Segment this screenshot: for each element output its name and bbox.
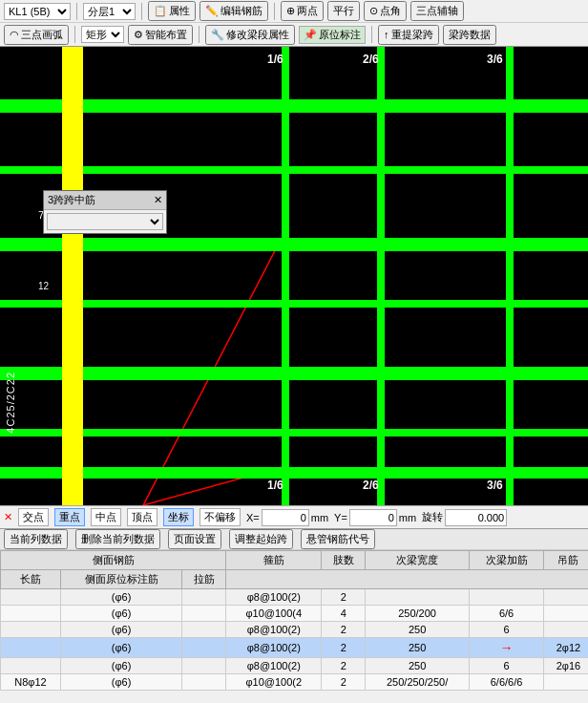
sublayer-dropdown[interactable]: 分层1 (83, 3, 136, 20)
angle-button[interactable]: ⊙ 点角 (364, 1, 407, 21)
coord-y-input[interactable] (349, 509, 397, 526)
cell-1-4: 4 (322, 606, 366, 622)
relift-span-button[interactable]: ↑ 重提梁跨 (378, 25, 439, 45)
cell-5-5: 250/250/250/ (366, 674, 469, 691)
data-toolbar: 当前列数据 删除当前列数据 页面设置 调整起始跨 悬管钢筋代号 (0, 529, 588, 550)
table-row[interactable]: N8φ12(φ6)φ10@100(22250/250/250/6/6/6/6 (1, 674, 589, 691)
current-row-button[interactable]: 当前列数据 (4, 529, 68, 549)
layer-dropdown[interactable]: KL1 (5B) (4, 3, 71, 20)
no-offset-button[interactable]: 不偏移 (200, 508, 241, 526)
cell-3-1: (φ6) (60, 638, 181, 658)
table-row[interactable]: (φ6)φ8@100(2)2 (1, 589, 589, 606)
cell-1-7 (544, 606, 588, 622)
cell-4-1: (φ6) (60, 658, 181, 674)
parallel-button[interactable]: 平行 (327, 1, 360, 21)
beam-v2 (377, 47, 385, 505)
cell-0-7 (544, 589, 588, 606)
smart-icon: ⚙ (134, 29, 143, 41)
cell-1-1: (φ6) (60, 606, 181, 622)
separator2 (141, 3, 142, 20)
beam-h4 (0, 300, 588, 308)
cell-3-5: 250 (366, 638, 469, 658)
dim-label-b1: 1/6 (267, 479, 284, 492)
label-icon: 📌 (304, 29, 317, 41)
rotate-container: 旋转 (422, 509, 507, 526)
modify-span-button[interactable]: 🔧 修改梁段属性 (205, 25, 295, 45)
coord-y-container: Y= mm (334, 509, 416, 526)
page-settings-button[interactable]: 页面设置 (168, 529, 221, 549)
separator3 (274, 3, 275, 20)
bottom-toolbar: ✕ 交点 重点 中点 顶点 坐标 不偏移 X= mm Y= mm 旋转 (0, 505, 588, 528)
data-table: 侧面钢筋 箍筋 肢数 次梁宽度 次梁加筋 吊筋 吊筋辅助 长筋 侧面原位标注筋 … (0, 550, 588, 691)
col-header-side-label: 侧面原位标注筋 (60, 570, 181, 589)
separator5 (199, 26, 200, 43)
cell-2-5: 250 (366, 622, 469, 638)
dim-label-3: 3/6 (487, 53, 503, 66)
shape-dropdown[interactable]: 矩形 (81, 26, 124, 43)
data-area: 当前列数据 删除当前列数据 页面设置 调整起始跨 悬管钢筋代号 侧面钢筋 箍筋 … (0, 528, 588, 703)
table-row[interactable]: (φ6)φ10@100(44250/2006/6 (1, 606, 589, 622)
cell-4-4: 2 (322, 658, 366, 674)
modify-icon: 🔧 (211, 29, 224, 41)
popup-dropdown[interactable] (47, 213, 163, 230)
cell-0-1: (φ6) (60, 589, 181, 606)
beam-h6 (0, 429, 588, 437)
toolbar-row-2: ◠ 三点画弧 矩形 ⚙ 智能布置 🔧 修改梁段属性 📌 原位标注 ↑ 重提梁跨 … (0, 23, 588, 46)
adjust-start-button[interactable]: 调整起始跨 (229, 529, 293, 549)
cell-0-6 (469, 589, 544, 606)
rotate-input[interactable] (445, 509, 507, 526)
intersection-button[interactable]: 交点 (18, 508, 49, 526)
cell-0-0 (1, 589, 61, 606)
cell-2-7 (544, 622, 588, 638)
attr-icon: 📋 (154, 5, 167, 17)
two-point-button[interactable]: ⊕ 两点 (281, 1, 324, 21)
beam-yellow (62, 47, 83, 505)
cell-2-3: φ8@100(2) (226, 622, 322, 638)
original-label-button[interactable]: 📌 原位标注 (299, 26, 366, 44)
coord-x-container: X= mm (246, 509, 328, 526)
angle-icon: ⊙ (369, 5, 378, 17)
col-header-hanger: 吊筋 (544, 551, 588, 570)
separator6 (371, 26, 372, 43)
cell-4-0 (1, 658, 61, 674)
coord-button[interactable]: 坐标 (163, 508, 194, 526)
midpoint1-button[interactable]: 重点 (54, 508, 85, 526)
popup-close-button[interactable]: ✕ (154, 194, 162, 206)
cell-5-1: (φ6) (60, 674, 181, 691)
x-icon: ✕ (4, 511, 12, 523)
midpoint2-button[interactable]: 中点 (91, 508, 121, 526)
beam-h5 (0, 367, 588, 380)
delete-current-button[interactable]: 删除当前列数据 (75, 529, 160, 549)
smart-layout-button[interactable]: ⚙ 智能布置 (128, 25, 193, 45)
three-point-arc-button[interactable]: ◠ 三点画弧 (4, 25, 69, 45)
dim-label-b2: 2/6 (363, 479, 379, 492)
popup-dialog: 3跨跨中筋 ✕ (43, 190, 167, 234)
cell-5-2 (182, 674, 226, 691)
table-row[interactable]: (φ6)φ8@100(2)225062φ1620*d (1, 658, 589, 674)
span-count-button[interactable]: 梁跨数据 (443, 25, 496, 45)
edit-rebar-button[interactable]: ✏️ 编辑钢筋 (200, 1, 268, 21)
beam-h2 (0, 166, 588, 174)
table-row[interactable]: (φ6)φ8@100(2)22506 (1, 622, 589, 638)
cell-3-2 (182, 638, 226, 658)
col-header-long: 长筋 (1, 570, 61, 589)
table-row[interactable]: (φ6)φ8@100(2)2250→2φ1220*d (1, 638, 589, 658)
col-header-beam-rebar: 次梁加筋 (469, 551, 544, 570)
hanging-rebar-button[interactable]: 悬管钢筋代号 (301, 529, 375, 549)
popup-title: 3跨跨中筋 ✕ (44, 191, 166, 210)
cell-3-6: → (469, 638, 544, 658)
attr-button[interactable]: 📋 属性 (148, 1, 196, 21)
cell-0-2 (182, 589, 226, 606)
popup-content (44, 210, 166, 233)
cell-1-0 (1, 606, 61, 622)
col-header-legs: 肢数 (322, 551, 366, 570)
two-point-icon: ⊕ (286, 5, 295, 17)
cell-1-6: 6/6 (469, 606, 544, 622)
cell-1-3: φ10@100(4 (226, 606, 322, 622)
coord-x-input[interactable] (262, 509, 309, 526)
cell-4-5: 250 (366, 658, 469, 674)
relift-icon: ↑ (384, 29, 389, 40)
endpoint-button[interactable]: 顶点 (127, 508, 158, 526)
three-point-axis-button[interactable]: 三点辅轴 (410, 1, 464, 21)
text-12: 12 (38, 281, 49, 291)
